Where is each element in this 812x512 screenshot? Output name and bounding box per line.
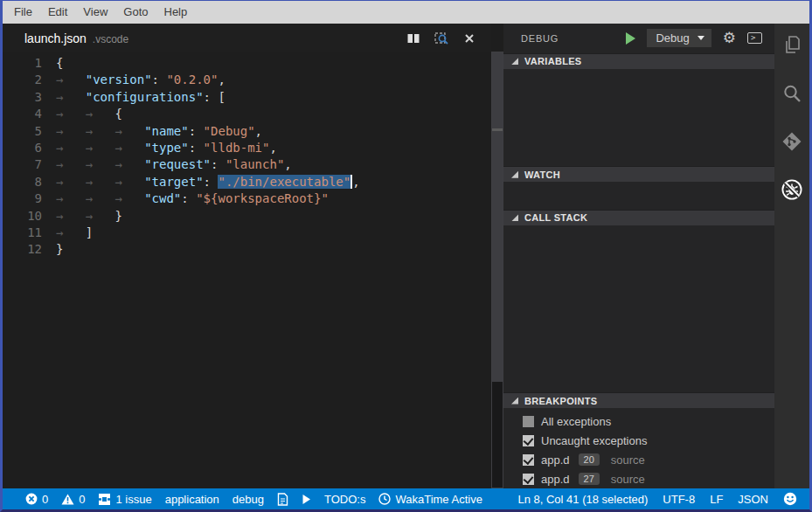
menu-item-goto[interactable]: Goto (115, 1, 156, 24)
menu-item-view[interactable]: View (75, 1, 115, 24)
code-line[interactable]: 2→ "version": "0.2.0", (3, 72, 491, 88)
menubar: FileEditViewGotoHelp (3, 1, 809, 24)
menu-item-file[interactable]: File (6, 1, 40, 24)
code-line[interactable]: 8→ → → "target": "./bin/executable", (3, 174, 491, 190)
code-token: "launch" (226, 157, 284, 171)
status-item-wakatime-active[interactable]: WakaTime Active (378, 493, 482, 506)
status-item-label: JSON (738, 493, 768, 506)
close-icon[interactable] (462, 31, 477, 45)
code-line[interactable]: 11→ ] (3, 225, 491, 241)
status-item-label: LF (710, 493, 723, 506)
code-line[interactable]: 5→ → → "name": "Debug", (3, 123, 491, 140)
code-line[interactable]: 1{ (3, 55, 491, 72)
line-text: → → → "name": "Debug", (56, 123, 262, 140)
code-line[interactable]: 6→ → → "type": "lldb-mi", (3, 140, 491, 156)
activity-files-icon[interactable] (781, 34, 803, 57)
scrollbar-shaft[interactable] (491, 52, 503, 488)
breakpoint-checkbox[interactable] (523, 416, 534, 427)
line-number: 1 (3, 55, 42, 72)
scrollbar-thumb-upper[interactable] (492, 52, 503, 128)
call-stack-body (503, 225, 774, 392)
line-number: 5 (3, 123, 42, 140)
section-header-breakpoints[interactable]: BREAKPOINTS (503, 392, 774, 408)
split-editor-icon[interactable] (406, 31, 421, 45)
menu-item-help[interactable]: Help (156, 1, 196, 24)
breakpoint-row[interactable]: app.d27source (503, 469, 774, 488)
launch-config-dropdown[interactable]: Debug (647, 29, 711, 47)
line-number: 9 (3, 190, 42, 207)
collapse-twistie-icon (511, 398, 518, 405)
clock-icon (378, 493, 391, 505)
status-item-todo-s[interactable]: TODO:s (324, 493, 365, 506)
menu-item-edit[interactable]: Edit (40, 1, 75, 24)
line-number: 8 (3, 174, 42, 190)
line-text: → "configurations": [ (56, 89, 226, 106)
section-header-call-stack[interactable]: CALL STACK (503, 210, 774, 225)
scrollbar-thumb-lower[interactable] (492, 131, 503, 382)
status-item-0[interactable]: 0 (61, 493, 85, 506)
breakpoint-checkbox[interactable] (523, 435, 534, 446)
section-title-variables: VARIABLES (524, 56, 581, 66)
code-editor[interactable]: 1{2→ "version": "0.2.0",3→ "configuratio… (3, 52, 491, 259)
code-line[interactable]: 9→ → → "cwd": "${workspaceRoot}" (3, 190, 491, 207)
status-item-1-issue[interactable]: 1 issue (98, 493, 151, 506)
breakpoint-line-badge: 27 (579, 473, 600, 485)
debug-sidebar: DEBUG Debug ⚙ > VARIABLES WATCH (503, 24, 774, 488)
code-line[interactable]: 3→ "configurations": [ (3, 89, 491, 106)
code-token: "0.2.0" (166, 73, 218, 86)
editor-scrollbar[interactable] (491, 24, 503, 488)
code-line[interactable]: 7→ → → "request": "launch", (3, 156, 491, 173)
open-preview-icon[interactable] (434, 31, 449, 45)
breakpoint-source: source (611, 453, 645, 467)
status-item[interactable] (302, 494, 311, 505)
debug-console-icon[interactable]: > (747, 32, 762, 44)
code-token: "lldb-mi" (204, 141, 270, 155)
status-item-label: TODO:s (324, 493, 365, 506)
selected-text: "./bin/executable" (218, 175, 350, 189)
line-text: → ] (56, 225, 93, 241)
status-item-lf[interactable]: LF (710, 493, 723, 506)
breakpoint-checkbox[interactable] (523, 454, 534, 466)
status-item-debug[interactable]: debug (232, 493, 264, 506)
doc-icon (277, 493, 288, 506)
editor-tabbar: launch.json .vscode (3, 24, 491, 52)
status-item-application[interactable]: application (165, 493, 219, 506)
code-line[interactable]: 4→ → { (3, 106, 491, 122)
activity-debug-icon[interactable] (781, 178, 803, 201)
status-item-ln-8-col-41-18-selected-[interactable]: Ln 8, Col 41 (18 selected) (517, 493, 648, 506)
tab-whitespace-arrows: → → (56, 209, 115, 223)
status-item[interactable] (783, 492, 797, 506)
line-number: 6 (3, 140, 42, 156)
scrollbar-top-gap (491, 24, 503, 52)
activity-search-icon[interactable] (781, 82, 803, 105)
line-text: → → → "target": "./bin/executable", (56, 174, 360, 190)
status-item-json[interactable]: JSON (738, 493, 768, 506)
code-line[interactable]: 10→ → } (3, 208, 491, 225)
activity-git-icon[interactable] (781, 130, 803, 153)
breakpoint-row[interactable]: All exceptions (503, 412, 774, 431)
status-item-label: application (165, 493, 219, 506)
line-text: → → } (56, 208, 122, 225)
breakpoint-row[interactable]: Uncaught exceptions (503, 431, 774, 450)
section-header-variables[interactable]: VARIABLES (503, 53, 774, 69)
tab-whitespace-arrows: → → → (56, 191, 144, 205)
breakpoint-row[interactable]: app.d20source (503, 450, 774, 469)
code-token: "version" (86, 73, 152, 86)
code-line[interactable]: 12} (3, 241, 491, 258)
status-bar-right: Ln 8, Col 41 (18 selected)UTF-8LFJSON (503, 492, 797, 506)
status-item-utf-8[interactable]: UTF-8 (663, 493, 695, 506)
status-item-label: WakaTime Active (395, 493, 482, 506)
tab-whitespace-arrows: → (56, 73, 86, 86)
configure-gear-icon[interactable]: ⚙ (723, 31, 736, 45)
breakpoint-checkbox[interactable] (523, 474, 534, 485)
code-token: ] (86, 225, 93, 239)
tab-launch-json[interactable]: launch.json .vscode (3, 31, 128, 45)
status-item[interactable] (277, 493, 288, 506)
start-debug-button[interactable] (626, 32, 635, 45)
code-token: : (189, 124, 204, 138)
line-text: → → → "type": "lldb-mi", (56, 140, 277, 156)
section-header-watch[interactable]: WATCH (503, 166, 774, 182)
scrollbar-track-rest (492, 382, 503, 488)
status-item-0[interactable]: 0 (25, 493, 48, 506)
status-bar: 001 issueapplicationdebugTODO:sWakaTime … (3, 488, 809, 509)
